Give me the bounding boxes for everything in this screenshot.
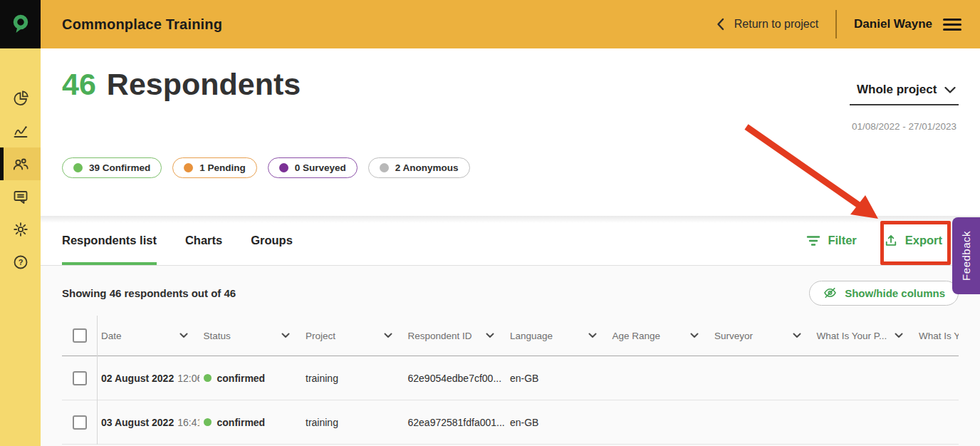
column-header-surveyor: Surveyor	[710, 331, 813, 341]
cell-language: en-GB	[506, 417, 608, 428]
badge-surveyed[interactable]: 0 Surveyed	[268, 157, 358, 178]
overview-section: 46 Respondents Whole project 01/08/2022 …	[41, 48, 980, 216]
pie-chart-icon	[12, 90, 29, 107]
sidebar-item-analytics[interactable]	[0, 115, 41, 147]
respondents-list-section: Showing 46 respondents out of 46 Show/hi…	[41, 266, 980, 446]
cell-project: training	[301, 373, 404, 384]
cell-respondent-id: 62e9054edbe7cf00...	[404, 373, 506, 384]
chevron-down-icon[interactable]	[588, 333, 597, 338]
sidebar-item-help[interactable]: ?	[0, 246, 41, 279]
hamburger-menu-icon[interactable]	[943, 19, 961, 31]
chevron-down-icon[interactable]	[895, 333, 903, 338]
column-header-respondent-id: Respondent ID	[404, 331, 506, 341]
filter-button[interactable]: Filter	[806, 234, 856, 247]
column-header-date: Date	[97, 331, 199, 341]
date-range: 01/08/2022 - 27/01/2023	[850, 121, 959, 132]
app-title: Commonplace Training	[62, 16, 222, 33]
people-icon	[12, 155, 29, 172]
upload-icon	[884, 234, 898, 248]
badge-anonymous[interactable]: 2 Anonymous	[368, 157, 470, 178]
map-pin-logo-icon	[11, 13, 31, 36]
row-checkbox[interactable]	[73, 371, 87, 385]
chevron-down-icon[interactable]	[179, 333, 188, 338]
badge-confirmed[interactable]: 39 Confirmed	[62, 157, 162, 178]
chevron-down-icon[interactable]	[690, 333, 699, 338]
row-checkbox[interactable]	[73, 415, 87, 430]
column-header-what-is-yo: What Is Yo	[914, 331, 959, 341]
table-row[interactable]: 03 August 202216:41:2 confirmed training…	[62, 400, 959, 445]
header-divider	[835, 10, 837, 38]
commonplace-logo[interactable]	[0, 0, 41, 48]
cell-project: training	[301, 417, 404, 428]
feedback-tab[interactable]: Feedback	[952, 217, 980, 294]
table-header-row: Date Status Project Respondent ID Langua…	[62, 316, 959, 356]
tab-groups[interactable]: Groups	[251, 216, 293, 265]
return-to-project-link[interactable]: Return to project	[716, 18, 818, 31]
chevron-down-icon[interactable]	[793, 333, 801, 338]
tab-charts[interactable]: Charts	[185, 216, 222, 265]
chevron-down-icon[interactable]	[281, 333, 290, 338]
filter-icon	[806, 235, 820, 247]
status-dot-anonymous	[380, 163, 389, 172]
table-row[interactable]: 02 August 202212:06:5 confirmed training…	[62, 356, 959, 400]
status-dot-confirmed	[73, 163, 83, 172]
export-button[interactable]: Export	[884, 234, 942, 248]
top-bar: Commonplace Training Return to project D…	[0, 0, 980, 48]
sidebar-item-charts-pie[interactable]	[0, 82, 41, 115]
respondents-table: Date Status Project Respondent ID Langua…	[62, 316, 959, 445]
comments-icon	[12, 188, 29, 205]
cell-respondent-id: 62ea972581fdfa001...	[404, 417, 506, 428]
chevron-down-icon[interactable]	[384, 333, 392, 338]
status-dot-surveyed	[279, 163, 288, 172]
line-chart-icon	[12, 123, 29, 140]
sidebar: ?	[0, 48, 41, 446]
cell-date: 02 August 202212:06:5	[97, 373, 199, 384]
sidebar-item-respondents[interactable]	[0, 147, 41, 180]
help-icon: ?	[12, 254, 29, 271]
status-dot-confirmed	[204, 374, 212, 382]
show-hide-columns-button[interactable]: Show/hide columns	[809, 281, 959, 306]
user-menu[interactable]: Daniel Wayne	[854, 17, 932, 31]
cell-status: confirmed	[199, 373, 302, 384]
svg-text:?: ?	[18, 258, 23, 266]
status-dot-confirmed	[204, 418, 212, 426]
chevron-down-icon	[944, 87, 956, 93]
column-header-project: Project	[301, 331, 404, 341]
cell-date: 03 August 202216:41:2	[97, 417, 199, 428]
tab-respondents-list[interactable]: Respondents list	[62, 216, 157, 265]
cell-status: confirmed	[199, 417, 302, 428]
column-header-language: Language	[506, 331, 608, 341]
respondent-count: 46	[62, 67, 96, 102]
chevron-down-icon[interactable]	[486, 333, 494, 338]
column-header-age-range: Age Range	[608, 331, 711, 341]
column-header-what-is-your-p: What Is Your P...	[813, 331, 915, 341]
chevron-left-icon	[716, 18, 724, 31]
status-badges: 39 Confirmed 1 Pending 0 Surveyed 2 Anon…	[62, 157, 470, 178]
project-scope-dropdown[interactable]: Whole project	[850, 83, 959, 105]
settings-icon	[12, 221, 29, 238]
page-title-label: Respondents	[107, 67, 301, 102]
cell-language: en-GB	[506, 373, 608, 384]
status-dot-pending	[184, 163, 193, 172]
column-header-status: Status	[199, 331, 302, 341]
sidebar-item-settings[interactable]	[0, 213, 41, 246]
sidebar-item-comments[interactable]	[0, 180, 41, 213]
eye-off-icon	[823, 286, 838, 300]
results-summary: Showing 46 respondents out of 46	[62, 287, 236, 299]
table-column-divider	[97, 316, 98, 445]
badge-pending[interactable]: 1 Pending	[172, 157, 257, 178]
page-title: 46 Respondents	[62, 67, 301, 102]
select-all-checkbox[interactable]	[73, 328, 87, 343]
tab-bar: Respondents list Charts Groups Filter Ex	[41, 216, 980, 266]
